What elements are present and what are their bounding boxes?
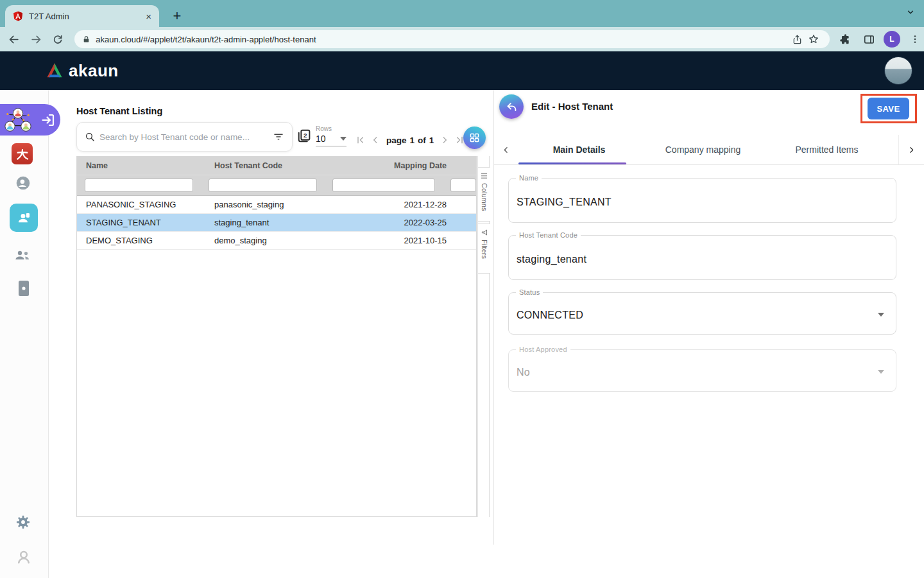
cell-code: demo_staging — [205, 236, 334, 245]
cell-name: STAGING_TENANT — [77, 218, 205, 227]
tab-title: T2T Admin — [29, 12, 146, 21]
field-host-approved-select[interactable]: Host Approved No — [508, 349, 896, 392]
sidebar-item-users[interactable] — [13, 247, 31, 263]
columns-tab-label: Columns — [481, 183, 488, 211]
column-header-code[interactable]: Host Tenant Code — [205, 161, 334, 170]
filter-list-icon[interactable] — [273, 131, 284, 143]
sidebar-item-account-circle[interactable] — [15, 175, 31, 191]
tab-company-mapping[interactable]: Company mapping — [641, 136, 765, 163]
tab-close-icon[interactable]: × — [146, 11, 151, 22]
editor-back-button[interactable] — [499, 94, 524, 119]
sidebar-active-applet-pill[interactable] — [0, 104, 60, 136]
column-header-name[interactable]: Name — [77, 161, 205, 170]
app-navbar: akaun — [0, 51, 924, 90]
share-icon[interactable] — [789, 31, 805, 48]
tab-search-chevron-icon[interactable] — [906, 8, 915, 19]
field-host-tenant-code[interactable]: Host Tenant Code staging_tenant — [508, 235, 896, 280]
sidebar-item-settings[interactable] — [15, 514, 31, 530]
search-icon — [85, 132, 95, 142]
filter-input-date[interactable] — [332, 179, 435, 192]
extensions-puzzle-icon[interactable] — [836, 30, 854, 48]
url-text: akaun.cloud/#/applet/t2t/akaun/t2t-admin… — [96, 35, 789, 44]
cell-date: 2022-03-25 — [334, 218, 456, 227]
people-icon — [13, 247, 31, 263]
browser-tab[interactable]: T2T Admin × — [5, 5, 159, 27]
toolbar-right-cluster: L — [836, 30, 924, 48]
cell-code: panasonic_staging — [205, 200, 334, 209]
back-icon[interactable] — [5, 30, 23, 48]
pages-count-icon[interactable]: 2 — [296, 128, 312, 146]
browser-tab-bar: T2T Admin × + — [0, 0, 924, 27]
rows-label: Rows — [316, 125, 346, 132]
gear-icon — [15, 514, 31, 530]
forward-icon[interactable] — [28, 30, 46, 48]
listing-title: Host Tenant Listing — [76, 106, 162, 116]
person-outline-icon — [15, 548, 32, 565]
reply-arrow-icon — [506, 101, 518, 113]
screen: T2T Admin × + akaun.cloud/#/applet/t2t/a… — [0, 0, 924, 578]
switch-account-icon — [16, 210, 32, 226]
table-row-selected[interactable]: STAGING_TENANT staging_tenant 2022-03-25 — [77, 214, 476, 232]
table-row[interactable]: PANASONIC_STAGING panasonic_staging 2021… — [77, 196, 476, 214]
svg-text:2: 2 — [304, 132, 307, 139]
first-page-icon[interactable] — [355, 134, 366, 146]
field-approved-label: Host Approved — [516, 346, 570, 353]
grid-view-button[interactable] — [463, 127, 486, 149]
table-side-strip: Columns Filters — [477, 156, 490, 517]
columns-tab[interactable]: Columns — [478, 167, 490, 222]
tabs-scroll-right-icon[interactable] — [898, 135, 924, 164]
address-bar[interactable]: akaun.cloud/#/applet/t2t/akaun/t2t-admin… — [74, 30, 830, 48]
page-indicator: page1of1 — [384, 136, 436, 145]
side-panel-icon[interactable] — [860, 30, 878, 48]
table-header-row: Name Host Tenant Code Mapping Date — [77, 157, 476, 175]
search-box — [76, 122, 293, 152]
field-name[interactable]: Name STAGING_TENANT — [508, 178, 896, 223]
prev-page-icon[interactable] — [370, 134, 381, 146]
editor-title: Edit - Host Tenant — [531, 101, 613, 112]
rows-caret-icon — [340, 137, 346, 141]
field-code-label: Host Tenant Code — [516, 231, 581, 239]
field-status-value: CONNECTED — [517, 310, 583, 321]
field-status-select[interactable]: Status CONNECTED — [508, 292, 896, 335]
cell-name: DEMO_STAGING — [77, 236, 205, 245]
field-status-label: Status — [516, 288, 543, 296]
editor-tabs: Main Details Company mapping Permitted I… — [517, 136, 924, 163]
tab-permitted-items[interactable]: Permitted Items — [765, 136, 889, 163]
filter-input-extra[interactable] — [450, 179, 476, 192]
red-app-glyph-icon — [15, 147, 30, 161]
t2t-network-people-icon — [3, 107, 33, 134]
rows-per-page-select[interactable]: Rows 10 — [316, 125, 346, 146]
bookmark-star-icon[interactable] — [805, 31, 822, 48]
akaun-logo: akaun — [45, 61, 119, 81]
filters-funnel-icon — [481, 229, 488, 236]
tabs-scroll-left-icon[interactable] — [494, 145, 517, 155]
save-button[interactable]: SAVE — [868, 98, 909, 119]
search-input[interactable] — [99, 132, 273, 142]
pagination: page1of1 — [355, 134, 465, 146]
editor-tab-strip: Main Details Company mapping Permitted I… — [494, 135, 924, 165]
sidebar-item-profile[interactable] — [15, 548, 32, 565]
new-tab-button[interactable]: + — [168, 7, 186, 25]
next-page-icon[interactable] — [439, 134, 450, 146]
filter-input-code[interactable] — [209, 179, 317, 192]
approved-dropdown-caret-icon — [878, 370, 884, 374]
column-header-date[interactable]: Mapping Date — [334, 161, 456, 170]
cell-date: 2021-10-15 — [334, 236, 456, 245]
filters-tab-label: Filters — [481, 240, 488, 259]
filters-tab[interactable]: Filters — [478, 223, 490, 274]
sidebar-item-journal[interactable] — [17, 279, 31, 297]
browser-profile-avatar[interactable]: L — [884, 31, 900, 48]
reload-icon[interactable] — [49, 30, 67, 48]
user-avatar-photo[interactable] — [884, 57, 912, 85]
sidebar-item-red-app[interactable] — [12, 143, 33, 164]
columns-icon — [481, 172, 488, 180]
menu-kebab-icon[interactable] — [906, 30, 924, 48]
table-row[interactable]: DEMO_STAGING demo_staging 2021-10-15 — [77, 232, 476, 250]
tab-main-details[interactable]: Main Details — [517, 136, 641, 163]
sidebar-item-host-tenant-active[interactable] — [10, 204, 38, 232]
filter-input-name[interactable] — [85, 179, 193, 192]
grid-apps-icon — [469, 132, 480, 143]
field-approved-value: No — [517, 367, 530, 378]
sidebar — [0, 90, 49, 578]
akaun-triangle-icon — [45, 62, 64, 80]
